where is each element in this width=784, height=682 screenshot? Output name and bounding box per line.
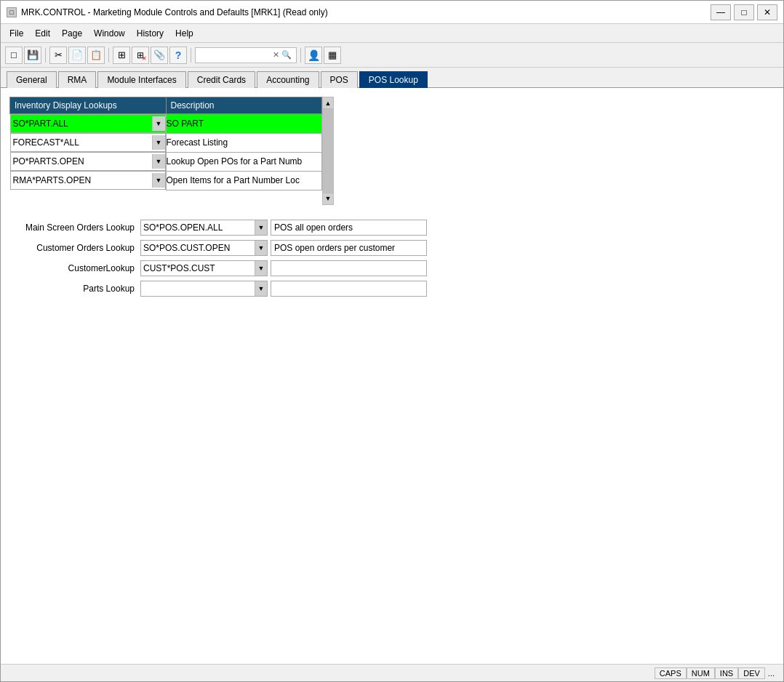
table-row: ▼ SO PART: [10, 114, 322, 134]
toolbar-sep-2: [108, 48, 109, 63]
search-input[interactable]: [198, 50, 271, 60]
toolbar-sep-1: [45, 48, 46, 63]
toolbar-grid-btn[interactable]: ⊞: [113, 47, 130, 64]
customer-orders-dropdown-btn[interactable]: ▼: [255, 241, 267, 255]
table-scrollbar[interactable]: ▲ ▼: [322, 97, 334, 205]
menu-bar: File Edit Page Window History Help: [1, 24, 783, 43]
col-header-description: Description: [166, 97, 322, 114]
lookup-input-1[interactable]: [11, 117, 152, 130]
customer-orders-label: Customer Orders Lookup: [9, 243, 140, 253]
customer-orders-input[interactable]: [141, 243, 255, 253]
desc-cell-4: Open Items for a Part Number Loc: [166, 171, 322, 190]
toolbar-grid2-btn[interactable]: ⊞✕: [132, 47, 149, 64]
title-bar-left: □ MRK.CONTROL - Marketing Module Control…: [7, 7, 328, 17]
parts-lookup-dropdown: ▼: [140, 281, 268, 297]
menu-history[interactable]: History: [131, 27, 169, 40]
lookup-dropdown-btn-1[interactable]: ▼: [152, 116, 165, 131]
tab-pos[interactable]: POS: [321, 71, 358, 88]
scroll-thumb[interactable]: [323, 109, 333, 193]
lookup-cell-3: ▼: [10, 152, 166, 171]
num-indicator: NUM: [687, 667, 715, 679]
toolbar-attach-btn[interactable]: 📎: [151, 47, 168, 64]
caps-indicator: CAPS: [655, 667, 687, 679]
toolbar-paste-btn[interactable]: 📋: [87, 47, 105, 64]
menu-help[interactable]: Help: [169, 27, 199, 40]
toolbar-layout-btn[interactable]: ▦: [324, 47, 341, 64]
lookup-cell-4: ▼: [10, 171, 166, 190]
customer-lookup-desc: [271, 260, 427, 276]
toolbar-sep-3: [191, 48, 191, 63]
toolbar: □ 💾 ✂ 📄 📋 ⊞ ⊞✕ 📎 ? ✕ 🔍 👤 ▦: [1, 43, 783, 68]
scroll-down-btn[interactable]: ▼: [323, 193, 333, 204]
table-row: ▼ Forecast Listing: [10, 133, 322, 152]
desc-cell-3: Lookup Open POs for a Part Numb: [166, 152, 322, 171]
tab-pos-lookup[interactable]: POS Lookup: [359, 71, 428, 88]
lookup-input-2[interactable]: [11, 136, 152, 149]
lookup-input-3[interactable]: [11, 155, 152, 168]
inventory-table: Inventory Display Lookups Description ▼ …: [9, 97, 322, 190]
search-clear-icon[interactable]: ✕: [273, 50, 279, 60]
tab-general[interactable]: General: [7, 71, 57, 88]
ins-indicator: INS: [715, 667, 738, 679]
lookup-cell-1: ▼: [10, 114, 166, 133]
lookup-dropdown-btn-3[interactable]: ▼: [152, 154, 165, 169]
main-screen-orders-desc: POS all open orders: [271, 220, 427, 236]
status-bar: CAPS NUM INS DEV ...: [1, 664, 783, 681]
desc-cell-1: SO PART: [166, 114, 322, 134]
title-bar: □ MRK.CONTROL - Marketing Module Control…: [1, 1, 783, 24]
toolbar-copy-btn[interactable]: 📄: [68, 47, 86, 64]
customer-lookup-row: CustomerLookup ▼: [9, 260, 775, 276]
toolbar-save-btn[interactable]: 💾: [24, 47, 41, 64]
close-button[interactable]: ✕: [757, 4, 777, 20]
customer-orders-row: Customer Orders Lookup ▼ POS open orders…: [9, 240, 775, 256]
search-icon[interactable]: 🔍: [281, 50, 292, 60]
tab-accounting[interactable]: Accounting: [257, 71, 319, 88]
main-window: □ MRK.CONTROL - Marketing Module Control…: [0, 0, 784, 682]
toolbar-sep-4: [300, 48, 301, 63]
parts-lookup-input[interactable]: [141, 284, 255, 294]
main-screen-orders-input[interactable]: [141, 222, 255, 233]
lookup-input-4[interactable]: [11, 174, 152, 187]
lookup-cell-2: ▼: [10, 133, 166, 152]
menu-edit[interactable]: Edit: [29, 27, 56, 40]
lookup-dropdown-btn-2[interactable]: ▼: [152, 135, 165, 150]
tab-credit-cards[interactable]: Credit Cards: [188, 71, 255, 88]
toolbar-help-btn[interactable]: ?: [169, 47, 187, 64]
app-icon: □: [7, 7, 17, 17]
lookup-section: Main Screen Orders Lookup ▼ POS all open…: [9, 220, 775, 297]
customer-lookup-dropdown: ▼: [140, 260, 268, 276]
main-screen-orders-dropdown: ▼: [140, 220, 268, 236]
menu-file[interactable]: File: [4, 27, 29, 40]
tab-module-interfaces[interactable]: Module Interfaces: [97, 71, 185, 88]
table-row: ▼ Lookup Open POs for a Part Numb: [10, 152, 322, 171]
main-screen-orders-dropdown-btn[interactable]: ▼: [255, 220, 267, 235]
customer-lookup-label: CustomerLookup: [9, 263, 140, 273]
parts-lookup-row: Parts Lookup ▼: [9, 281, 775, 297]
parts-lookup-dropdown-btn[interactable]: ▼: [255, 281, 267, 296]
parts-lookup-desc: [271, 281, 427, 297]
menu-page[interactable]: Page: [56, 27, 88, 40]
content-area: Inventory Display Lookups Description ▼ …: [1, 88, 783, 664]
maximize-button[interactable]: □: [734, 4, 754, 20]
lookup-dropdown-btn-4[interactable]: ▼: [152, 173, 165, 188]
scroll-up-btn[interactable]: ▲: [323, 97, 333, 109]
toolbar-cut-btn[interactable]: ✂: [49, 47, 67, 64]
col-header-lookup: Inventory Display Lookups: [10, 97, 167, 114]
minimize-button[interactable]: —: [711, 4, 731, 20]
customer-lookup-input[interactable]: [141, 263, 255, 273]
parts-lookup-label: Parts Lookup: [9, 284, 140, 294]
toolbar-new-btn[interactable]: □: [5, 47, 23, 64]
tab-rma[interactable]: RMA: [58, 71, 97, 88]
status-dots: ...: [765, 668, 777, 678]
customer-orders-dropdown: ▼: [140, 240, 268, 256]
menu-window[interactable]: Window: [88, 27, 131, 40]
main-screen-orders-label: Main Screen Orders Lookup: [9, 222, 140, 233]
table-row: ▼ Open Items for a Part Number Loc: [10, 171, 322, 190]
customer-lookup-dropdown-btn[interactable]: ▼: [255, 261, 267, 276]
inventory-table-container: Inventory Display Lookups Description ▼ …: [9, 97, 775, 205]
dev-indicator: DEV: [738, 667, 765, 679]
customer-orders-desc: POS open orders per customer: [271, 240, 427, 256]
main-screen-orders-row: Main Screen Orders Lookup ▼ POS all open…: [9, 220, 775, 236]
tab-bar: General RMA Module Interfaces Credit Car…: [1, 68, 783, 88]
toolbar-user-btn[interactable]: 👤: [305, 47, 322, 64]
